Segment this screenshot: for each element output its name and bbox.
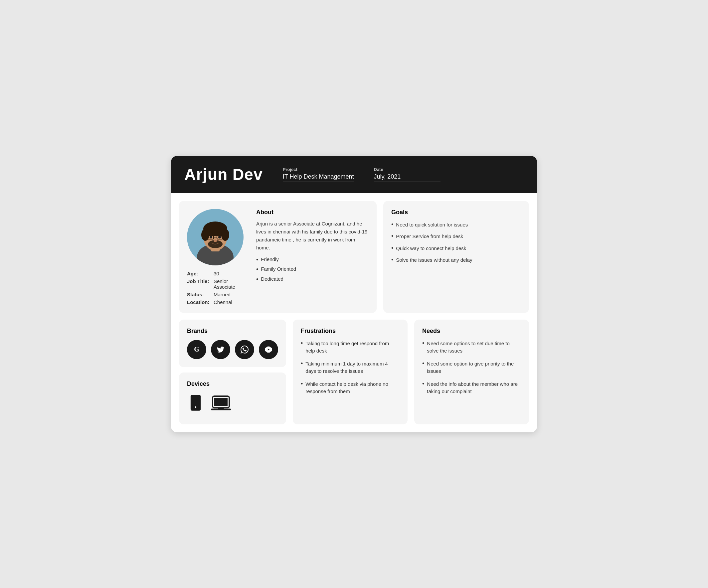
about-title: About [256, 209, 368, 216]
goal-1: Need to quick solution for issues [391, 221, 521, 228]
profile-details: Age: 30 Job Title: Senior Associate Stat… [187, 271, 247, 305]
device-icons-row [187, 393, 278, 416]
profile-left: Age: 30 Job Title: Senior Associate Stat… [187, 209, 247, 305]
devices-card: Devices [179, 372, 286, 424]
brand-icons-row: G [187, 340, 278, 359]
status-row: Status: Married [187, 292, 247, 297]
need-2: Need some option to give priority to the… [422, 360, 521, 375]
needs-title: Needs [422, 328, 521, 335]
trait-friendly: Friendly [256, 256, 368, 264]
age-row: Age: 30 [187, 271, 247, 276]
traits-list: Friendly Family Oriented Dedicated [256, 256, 368, 283]
laptop-icon [211, 393, 231, 416]
frustration-3: While contact help desk via phone no res… [301, 380, 400, 396]
mobile-icon [187, 394, 204, 415]
goal-4: Solve the issues without any delay [391, 256, 521, 264]
need-3: Need the info about the member who are t… [422, 380, 521, 396]
svg-point-16 [195, 406, 196, 408]
main-content: Age: 30 Job Title: Senior Associate Stat… [171, 193, 537, 432]
location-label: Location: [187, 299, 211, 305]
persona-name: Arjun Dev [184, 165, 263, 184]
svg-point-13 [214, 240, 217, 242]
status-value: Married [214, 292, 231, 297]
brands-title: Brands [187, 328, 278, 335]
project-label: Project [283, 167, 354, 172]
youtube-icon [259, 340, 278, 359]
age-value: 30 [214, 271, 219, 276]
age-label: Age: [187, 271, 211, 276]
date-meta: Date July, 2021 [374, 167, 441, 182]
svg-rect-14 [190, 395, 201, 411]
date-label: Date [374, 167, 441, 172]
bottom-row: Brands G [179, 319, 529, 424]
location-row: Location: Chennai [187, 299, 247, 305]
project-meta: Project IT Help Desk Management [283, 167, 354, 182]
goals-list: Need to quick solution for issues Proper… [391, 221, 521, 264]
persona-card: Arjun Dev Project IT Help Desk Managemen… [171, 156, 537, 432]
profile-right: About Arjun is a senior Associate at Cog… [256, 209, 368, 305]
location-value: Chennai [214, 299, 232, 305]
date-value: July, 2021 [374, 173, 441, 182]
devices-title: Devices [187, 380, 278, 388]
needs-card: Needs Need some options to set due time … [414, 319, 529, 424]
frustration-2: Taking minimum 1 day to maximum 4 days t… [301, 360, 400, 375]
top-row: Age: 30 Job Title: Senior Associate Stat… [179, 201, 529, 313]
header-meta: Project IT Help Desk Management Date Jul… [283, 167, 441, 182]
profile-card: Age: 30 Job Title: Senior Associate Stat… [179, 201, 377, 313]
trait-dedicated: Dedicated [256, 276, 368, 283]
brands-devices-col: Brands G [179, 319, 286, 424]
frustrations-title: Frustrations [301, 328, 400, 335]
svg-point-8 [210, 236, 212, 239]
project-value: IT Help Desk Management [283, 173, 354, 182]
needs-list: Need some options to set due time to sol… [422, 340, 521, 396]
whatsapp-icon [235, 340, 254, 359]
frustration-1: Taking too long time get respond from he… [301, 340, 400, 355]
frustrations-list: Taking too long time get respond from he… [301, 340, 400, 396]
jobtitle-row: Job Title: Senior Associate [187, 278, 247, 290]
brands-card: Brands G [179, 319, 286, 367]
goals-title: Goals [391, 209, 521, 216]
trait-family: Family Oriented [256, 266, 368, 273]
status-label: Status: [187, 292, 211, 297]
goal-3: Quick way to connect help desk [391, 245, 521, 252]
svg-point-9 [218, 236, 221, 239]
svg-rect-19 [214, 398, 228, 406]
jobtitle-label: Job Title: [187, 278, 211, 290]
jobtitle-value: Senior Associate [214, 278, 247, 290]
twitter-icon [211, 340, 230, 359]
goals-card: Goals Need to quick solution for issues … [383, 201, 529, 313]
about-text: Arjun is a senior Associate at Cognizant… [256, 220, 368, 252]
frustrations-card: Frustrations Taking too long time get re… [293, 319, 408, 424]
need-1: Need some options to set due time to sol… [422, 340, 521, 355]
header: Arjun Dev Project IT Help Desk Managemen… [171, 156, 537, 193]
google-icon: G [187, 340, 206, 359]
avatar [187, 209, 243, 266]
goal-2: Proper Service from help desk [391, 233, 521, 240]
